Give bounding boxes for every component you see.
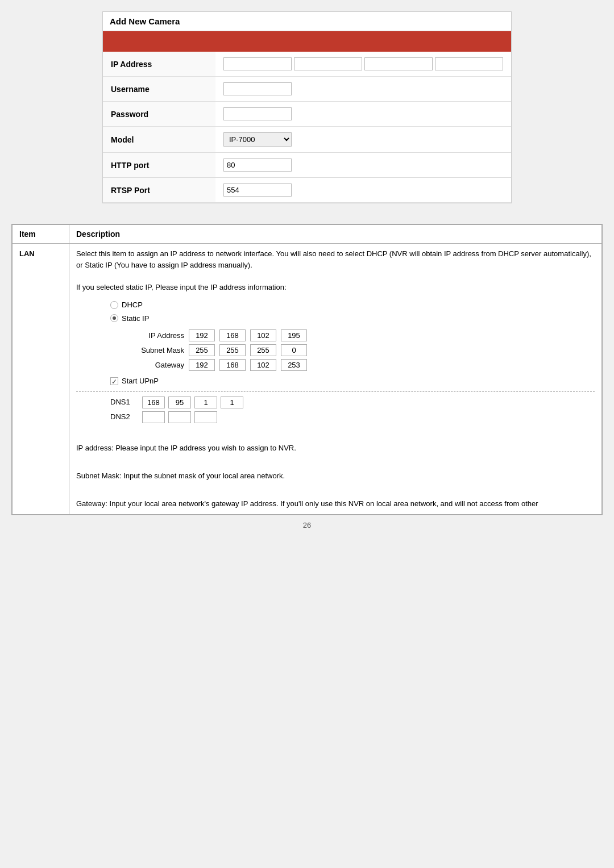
ip-address-label: IP Address bbox=[103, 52, 215, 77]
ip-address-row: IP Address bbox=[103, 52, 511, 77]
footer-subnet-text: Subnet Mask: Input the subnet mask of yo… bbox=[76, 470, 595, 482]
username-label: Username bbox=[103, 77, 215, 102]
ip-net-1[interactable] bbox=[189, 329, 215, 341]
info-table-header: Item Description bbox=[13, 225, 602, 244]
camera-form: IP Address Username Password bbox=[103, 52, 511, 203]
dns1-label: DNS1 bbox=[110, 397, 139, 408]
http-port-label: HTTP port bbox=[103, 153, 215, 178]
ip-net-3[interactable] bbox=[250, 329, 276, 341]
separator bbox=[76, 391, 595, 392]
username-input[interactable] bbox=[223, 82, 292, 95]
ip-address-inputs bbox=[223, 57, 503, 70]
model-row: Model IP-7000 bbox=[103, 127, 511, 153]
lan-description: Select this item to assign an IP address… bbox=[69, 244, 602, 515]
model-select[interactable]: IP-7000 bbox=[223, 132, 292, 147]
gateway-row: Gateway bbox=[133, 359, 595, 371]
add-camera-title: Add New Camera bbox=[103, 12, 511, 31]
red-bar bbox=[103, 31, 511, 52]
dns1-4[interactable] bbox=[221, 397, 243, 408]
gateway-label: Gateway bbox=[133, 360, 184, 371]
dns1-3[interactable] bbox=[194, 397, 217, 408]
static-ip-option[interactable]: Static IP bbox=[110, 313, 595, 324]
footer-ip-text: IP address: Please input the IP address … bbox=[76, 443, 595, 454]
ip-address-net-row: IP Address bbox=[133, 329, 595, 341]
ip-net-2[interactable] bbox=[219, 329, 246, 341]
subnet-4[interactable] bbox=[281, 344, 307, 356]
gateway-1[interactable] bbox=[189, 359, 215, 371]
http-port-input[interactable] bbox=[223, 158, 292, 172]
model-label: Model bbox=[103, 127, 215, 153]
start-upnp-row[interactable]: Start UPnP bbox=[110, 375, 595, 387]
subnet-2[interactable] bbox=[219, 344, 246, 356]
password-row: Password bbox=[103, 102, 511, 127]
ip-octet-3[interactable] bbox=[364, 57, 433, 70]
start-upnp-label: Start UPnP bbox=[122, 375, 159, 387]
gateway-2[interactable] bbox=[219, 359, 246, 371]
lan-row: LAN Select this item to assign an IP add… bbox=[13, 244, 602, 515]
gateway-3[interactable] bbox=[250, 359, 276, 371]
network-type-group: DHCP Static IP bbox=[110, 299, 595, 324]
col-description: Description bbox=[69, 225, 602, 244]
rtsp-port-label: RTSP Port bbox=[103, 178, 215, 203]
password-input[interactable] bbox=[223, 107, 292, 120]
dns1-1[interactable] bbox=[142, 397, 165, 408]
subnet-1[interactable] bbox=[189, 344, 215, 356]
dns2-3[interactable] bbox=[194, 411, 217, 423]
info-table-wrapper: Item Description LAN Select this item to… bbox=[11, 224, 603, 515]
lan-static-text: If you selected static IP, Please input … bbox=[76, 282, 595, 293]
subnet-3[interactable] bbox=[250, 344, 276, 356]
dns2-row: DNS2 bbox=[110, 411, 595, 423]
dhcp-option[interactable]: DHCP bbox=[110, 299, 595, 311]
subnet-mask-row: Subnet Mask bbox=[133, 344, 595, 356]
gateway-4[interactable] bbox=[281, 359, 307, 371]
subnet-mask-label: Subnet Mask bbox=[133, 345, 184, 356]
password-label: Password bbox=[103, 102, 215, 127]
static-ip-label: Static IP bbox=[122, 313, 149, 324]
http-port-row: HTTP port bbox=[103, 153, 511, 178]
lan-intro-text: Select this item to assign an IP address… bbox=[76, 248, 595, 270]
dhcp-label: DHCP bbox=[122, 299, 143, 311]
ip-octet-2[interactable] bbox=[294, 57, 362, 70]
ip-address-net-label: IP Address bbox=[133, 330, 184, 341]
dns1-row: DNS1 bbox=[110, 397, 595, 408]
dns2-2[interactable] bbox=[168, 411, 191, 423]
lan-item-label: LAN bbox=[13, 244, 69, 515]
start-upnp-checkbox[interactable] bbox=[110, 377, 118, 385]
ip-octet-1[interactable] bbox=[223, 57, 292, 70]
rtsp-port-input[interactable] bbox=[223, 183, 292, 197]
footer-gateway-text: Gateway: Input your local area network's… bbox=[76, 498, 595, 510]
dns1-2[interactable] bbox=[168, 397, 191, 408]
ip-net-4[interactable] bbox=[281, 329, 307, 341]
dhcp-radio[interactable] bbox=[110, 301, 118, 309]
col-item: Item bbox=[13, 225, 69, 244]
ip-octet-4[interactable] bbox=[435, 57, 503, 70]
page-number: 26 bbox=[11, 521, 603, 529]
rtsp-port-row: RTSP Port bbox=[103, 178, 511, 203]
network-fields: IP Address Subnet Mask bbox=[133, 329, 595, 371]
username-row: Username bbox=[103, 77, 511, 102]
dns2-1[interactable] bbox=[142, 411, 165, 423]
dns2-label: DNS2 bbox=[110, 411, 139, 423]
add-camera-panel: Add New Camera IP Address Username bbox=[102, 11, 512, 203]
info-table: Item Description LAN Select this item to… bbox=[12, 224, 602, 515]
static-ip-radio[interactable] bbox=[110, 314, 118, 322]
